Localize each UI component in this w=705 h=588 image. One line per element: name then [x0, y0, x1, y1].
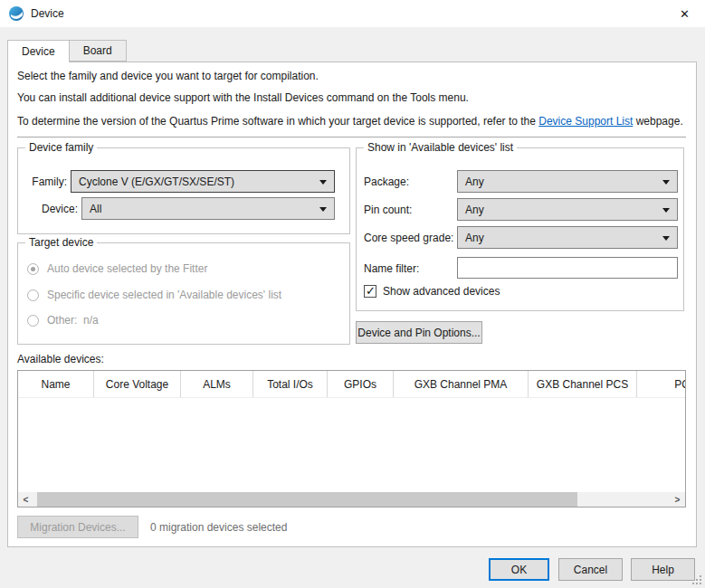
- device-dialog: Device ✕ Device Board Select the family …: [0, 0, 705, 588]
- chevron-down-icon: [319, 207, 327, 212]
- resize-grip[interactable]: [692, 575, 701, 584]
- table-header-row: Name Core Voltage ALMs Total I/Os GPIOs …: [18, 371, 685, 398]
- show-advanced-devices-label: Show advanced devices: [383, 285, 500, 298]
- core-speed-grade-select[interactable]: Any: [457, 226, 678, 249]
- device-select-value: All: [90, 203, 101, 215]
- horizontal-scrollbar: < >: [18, 492, 685, 507]
- device-support-list-link[interactable]: Device Support List: [538, 115, 633, 128]
- pin-count-select[interactable]: Any: [457, 198, 678, 221]
- pin-count-label: Pin count:: [364, 204, 412, 216]
- intro-line-3: To determine the version of the Quartus …: [17, 115, 683, 128]
- ok-button[interactable]: OK: [489, 558, 549, 581]
- close-icon: ✕: [680, 7, 690, 21]
- core-speed-grade-select-value: Any: [465, 232, 484, 244]
- chevron-down-icon: [662, 208, 670, 213]
- package-select-value: Any: [465, 175, 484, 188]
- title-bar: Device ✕: [0, 0, 705, 27]
- available-devices-table: Name Core Voltage ALMs Total I/Os GPIOs …: [17, 370, 686, 507]
- window-title: Device: [31, 0, 64, 27]
- radio-icon: [27, 315, 39, 327]
- column-header-pcie[interactable]: PCIe: [637, 371, 686, 397]
- device-tab-pane: Select the family and device you want to…: [7, 62, 697, 547]
- package-select[interactable]: Any: [457, 170, 678, 193]
- device-and-pin-options-button[interactable]: Device and Pin Options...: [356, 321, 482, 344]
- radio-specific-device-label: Specific device selected in 'Available d…: [47, 289, 281, 301]
- available-devices-label: Available devices:: [17, 353, 104, 365]
- device-label: Device:: [27, 203, 78, 215]
- help-button[interactable]: Help: [631, 558, 695, 581]
- quartus-logo-icon: [8, 5, 24, 22]
- show-filters-group: Show in 'Available devices' list Package…: [356, 147, 684, 311]
- target-device-group: Target device Auto device selected by th…: [17, 242, 350, 345]
- tab-board[interactable]: Board: [69, 40, 127, 62]
- tab-board-label: Board: [83, 44, 112, 57]
- scroll-right-button[interactable]: >: [670, 492, 685, 507]
- target-device-group-title: Target device: [25, 236, 97, 249]
- table-body-empty[interactable]: [18, 398, 685, 478]
- column-header-gpios[interactable]: GPIOs: [328, 371, 394, 397]
- checkbox-checked-icon: [364, 285, 376, 298]
- scroll-left-button[interactable]: <: [18, 492, 33, 507]
- column-header-alms[interactable]: ALMs: [181, 371, 253, 397]
- resize-grip-dots: [692, 575, 694, 577]
- intro-line-1: Select the family and device you want to…: [17, 70, 319, 82]
- family-label: Family:: [27, 175, 67, 188]
- migration-devices-button: Migration Devices...: [17, 516, 138, 538]
- chevron-down-icon: [662, 236, 670, 241]
- intro-line-3-suffix: webpage.: [633, 115, 682, 128]
- device-select[interactable]: All: [81, 197, 335, 220]
- intro-line-2: You can install additional device suppor…: [17, 91, 469, 104]
- family-select[interactable]: Cyclone V (E/GX/GT/SX/SE/ST): [71, 170, 335, 193]
- radio-auto-device-label: Auto device selected by the Fitter: [47, 262, 207, 275]
- show-filters-group-title: Show in 'Available devices' list: [364, 141, 517, 154]
- column-header-gxb-channel-pma[interactable]: GXB Channel PMA: [394, 371, 529, 397]
- column-header-core-voltage[interactable]: Core Voltage: [94, 371, 181, 397]
- device-family-group: Device family Family: Cyclone V (E/GX/GT…: [17, 147, 350, 234]
- column-header-total-ios[interactable]: Total I/Os: [253, 371, 328, 397]
- column-header-name[interactable]: Name: [18, 371, 94, 397]
- device-family-group-title: Device family: [25, 141, 97, 154]
- family-select-value: Cyclone V (E/GX/GT/SX/SE/ST): [79, 175, 234, 188]
- radio-auto-device: Auto device selected by the Fitter: [27, 262, 207, 275]
- chevron-down-icon: [319, 180, 327, 185]
- column-header-gxb-channel-pcs[interactable]: GXB Channel PCS: [529, 371, 637, 397]
- intro-separator: [17, 137, 686, 138]
- tab-device[interactable]: Device: [7, 40, 70, 62]
- intro-line-3-prefix: To determine the version of the Quartus …: [17, 115, 538, 128]
- scrollbar-track[interactable]: [577, 492, 670, 507]
- cancel-button[interactable]: Cancel: [558, 558, 623, 581]
- name-filter-input[interactable]: [457, 257, 678, 279]
- tab-device-label: Device: [22, 45, 55, 58]
- radio-other-device-label: Other: n/a: [47, 314, 99, 327]
- scrollbar-thumb[interactable]: [37, 492, 577, 507]
- show-advanced-devices-checkbox[interactable]: Show advanced devices: [364, 285, 500, 298]
- radio-other-device: Other: n/a: [27, 314, 99, 327]
- radio-selected-icon: [27, 263, 39, 275]
- pin-count-select-value: Any: [465, 204, 484, 216]
- radio-specific-device: Specific device selected in 'Available d…: [27, 289, 281, 301]
- migration-status-text: 0 migration devices selected: [150, 521, 287, 534]
- chevron-down-icon: [662, 180, 670, 185]
- radio-icon: [27, 289, 39, 301]
- close-button[interactable]: ✕: [664, 0, 705, 27]
- scroll-left-icon: <: [24, 495, 29, 505]
- core-speed-grade-label: Core speed grade:: [364, 232, 453, 244]
- tab-bar: Device Board: [7, 40, 127, 62]
- scroll-right-icon: >: [675, 495, 681, 505]
- name-filter-label: Name filter:: [364, 262, 419, 275]
- package-label: Package:: [364, 175, 409, 188]
